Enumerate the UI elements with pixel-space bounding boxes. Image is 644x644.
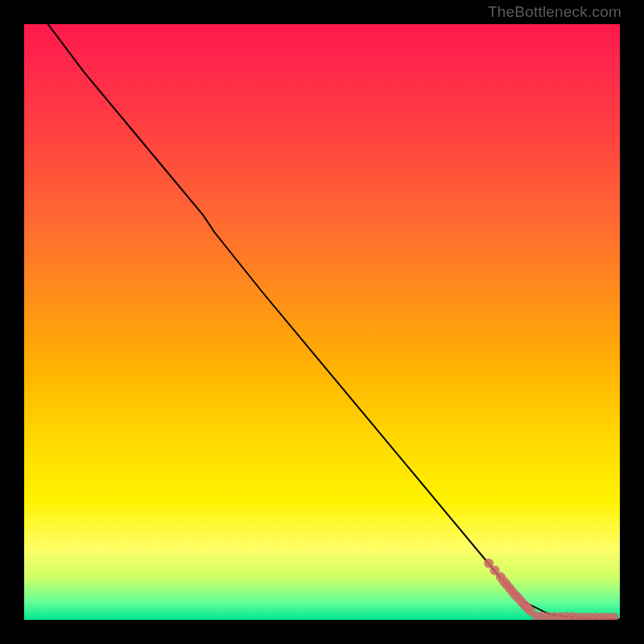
line-series (48, 24, 620, 619)
plot-area (24, 24, 620, 620)
curve-path (48, 24, 620, 619)
chart-svg (24, 24, 620, 620)
scatter-series (484, 559, 618, 620)
chart-frame: TheBottleneck.com (0, 0, 644, 644)
watermark-text: TheBottleneck.com (488, 3, 621, 21)
